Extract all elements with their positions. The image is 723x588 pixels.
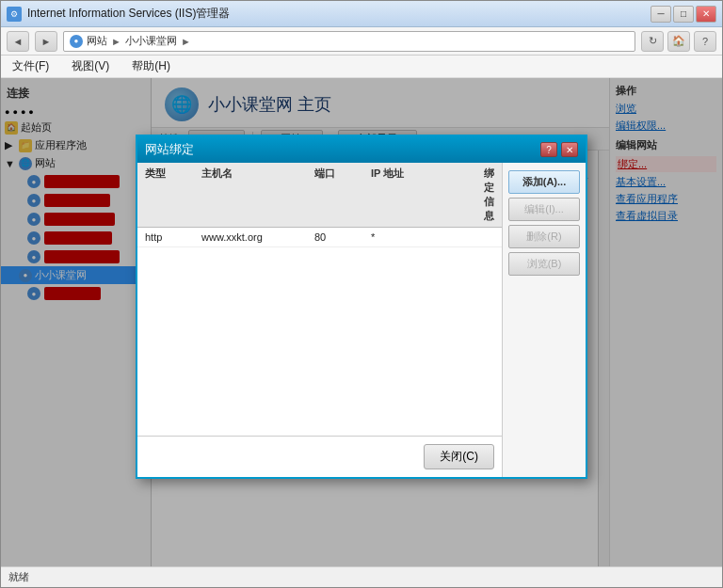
home-button[interactable]: 🏠 — [667, 31, 690, 52]
refresh-button[interactable]: ↻ — [641, 31, 664, 52]
table-row[interactable]: http www.xxkt.org 80 * — [137, 228, 502, 247]
window-controls: ─ □ ✕ — [651, 6, 716, 23]
delete-label: 删除(R) — [526, 230, 561, 242]
modal-help-btn[interactable]: ? — [540, 142, 557, 157]
modal-titlebar: 网站绑定 ? ✕ — [137, 136, 586, 163]
modal-content-wrapper: 类型 主机名 端口 IP 地址 绑定信息 http www.xxkt.org 8… — [137, 163, 586, 477]
main-window: ⚙ Internet Information Services (IIS)管理器… — [0, 0, 723, 588]
main-content: 连接 ● ● ● ● 🏠 起始页 ▶ 📁 应用程序池 ▼ 🌐 网站 — [1, 78, 722, 566]
address-icon: ● — [70, 35, 83, 48]
app-icon: ⚙ — [7, 7, 22, 22]
modal-close-btn[interactable]: ✕ — [561, 142, 578, 157]
close-footer-label: 关闭(C) — [440, 450, 478, 463]
address-bar: ◄ ► ● 网站 ► 小小课堂网 ► ↻ 🏠 ? — [1, 27, 722, 56]
modal-overlay: 网站绑定 ? ✕ 类型 主机名 端口 — [1, 78, 722, 566]
address-field[interactable]: ● 网站 ► 小小课堂网 ► — [63, 31, 635, 52]
menu-help[interactable]: 帮助(H) — [128, 56, 174, 76]
modal-table-area: 类型 主机名 端口 IP 地址 绑定信息 http www.xxkt.org 8… — [137, 163, 502, 477]
modal-empty-area — [137, 247, 502, 436]
title-bar-left: ⚙ Internet Information Services (IIS)管理器 — [7, 6, 230, 22]
row-port: 80 — [314, 231, 371, 243]
menu-view[interactable]: 视图(V) — [68, 56, 113, 76]
col-host: 主机名 — [201, 167, 314, 223]
help-button[interactable]: ? — [694, 31, 716, 52]
breadcrumb-sep2: ► — [181, 36, 191, 47]
browse-modal-button[interactable]: 浏览(B) — [508, 252, 580, 276]
window-title: Internet Information Services (IIS)管理器 — [27, 6, 230, 22]
modal-dialog: 网站绑定 ? ✕ 类型 主机名 端口 — [136, 135, 587, 479]
maximize-button[interactable]: □ — [673, 6, 694, 23]
status-text: 就绪 — [8, 570, 29, 584]
breadcrumb-site: 小小课堂网 — [125, 34, 177, 48]
status-bar: 就绪 — [1, 566, 722, 587]
modal-wrapper: 网站绑定 ? ✕ 类型 主机名 端口 — [136, 135, 587, 479]
col-port: 端口 — [314, 167, 371, 223]
menu-bar: 文件(F) 视图(V) 帮助(H) — [1, 56, 722, 78]
col-binding: 绑定信息 — [484, 167, 494, 223]
breadcrumb-sep1: ► — [111, 36, 121, 47]
minimize-button[interactable]: ─ — [651, 6, 671, 23]
delete-button[interactable]: 删除(R) — [508, 225, 580, 248]
modal-actions: 添加(A)... 编辑(I)... 删除(R) 浏览(B) — [502, 163, 586, 477]
title-bar: ⚙ Internet Information Services (IIS)管理器… — [1, 1, 722, 27]
add-label: 添加(A)... — [522, 176, 566, 187]
col-ip: IP 地址 — [371, 167, 484, 223]
row-host: www.xxkt.org — [201, 231, 314, 243]
row-binding — [484, 231, 494, 243]
forward-button[interactable]: ► — [35, 31, 57, 52]
menu-file[interactable]: 文件(F) — [8, 56, 53, 76]
back-button[interactable]: ◄ — [7, 31, 29, 52]
address-right: ↻ 🏠 ? — [641, 31, 716, 52]
browse-modal-label: 浏览(B) — [527, 258, 562, 269]
col-type: 类型 — [145, 167, 201, 223]
edit-label: 编辑(I)... — [524, 203, 564, 215]
edit-button[interactable]: 编辑(I)... — [508, 198, 580, 221]
modal-footer: 关闭(C) — [137, 436, 502, 477]
row-type: http — [145, 231, 201, 243]
close-button[interactable]: ✕ — [696, 6, 716, 23]
modal-title: 网站绑定 — [145, 141, 194, 158]
breadcrumb-home: 网站 — [87, 34, 107, 48]
row-ip: * — [371, 231, 484, 243]
close-footer-btn[interactable]: 关闭(C) — [424, 444, 494, 469]
add-button[interactable]: 添加(A)... — [508, 170, 580, 194]
modal-table-header: 类型 主机名 端口 IP 地址 绑定信息 — [137, 163, 502, 228]
